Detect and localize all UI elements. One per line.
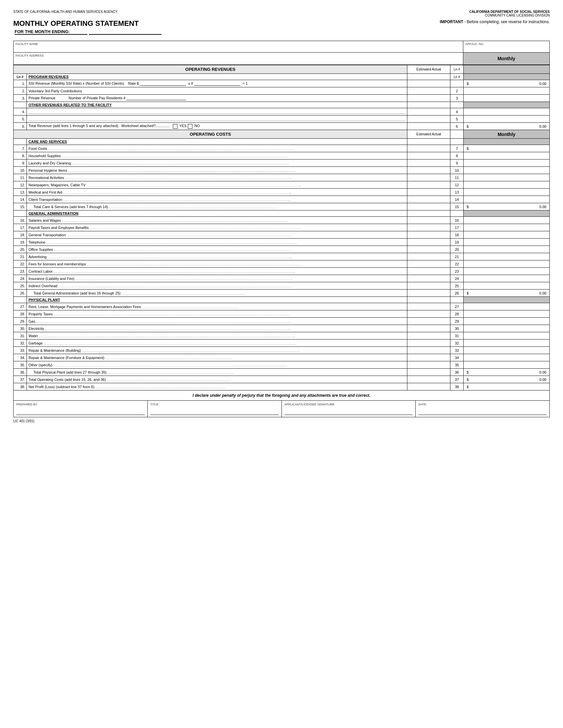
input-18[interactable] (465, 233, 548, 237)
general-admin-label-row: GENERAL ADMINISTRATION (14, 210, 550, 217)
table-row: 26. Total General Administration (add li… (14, 290, 550, 297)
prepared-by-input[interactable] (16, 411, 145, 415)
table-row: 24. Insurance (Liability and Fire) .....… (14, 275, 550, 282)
input-20[interactable] (465, 248, 548, 251)
input-5[interactable] (465, 117, 548, 121)
desc-3: Private Revenue Number of Private Pay Re… (27, 95, 407, 102)
est-5 (407, 115, 450, 123)
input-4[interactable] (465, 110, 548, 114)
input-35[interactable] (465, 363, 548, 367)
facility-address-input[interactable] (16, 59, 461, 63)
monthly-header-label: Monthly (497, 56, 515, 61)
input-7[interactable] (469, 147, 546, 151)
program-revenues-label: PROGRAM REVENUES (27, 74, 407, 80)
est-3 (407, 95, 450, 102)
val-6: $ (464, 123, 550, 130)
input-27[interactable] (465, 305, 548, 309)
costs-ln-header (450, 130, 464, 139)
table-row: 17. Payroll Taxes and Employee Benefits.… (14, 224, 550, 231)
input-1[interactable] (469, 82, 546, 86)
input-22[interactable] (465, 262, 548, 266)
form-number: LIC 401 (3/01) (13, 419, 550, 423)
input-14[interactable] (465, 198, 548, 202)
other-num (450, 102, 464, 108)
care-ln (14, 139, 27, 145)
important-label: IMPORTANT (440, 20, 463, 24)
input-8[interactable] (465, 154, 548, 158)
page-header: STATE OF CALIFORNIA–HEALTH AND HUMAN SER… (13, 10, 550, 17)
app-lic-cell: APP./LIC. NO. (463, 41, 549, 52)
table-row: 18. General Transportation..............… (14, 231, 550, 239)
input-25[interactable] (465, 284, 548, 288)
facility-name-input[interactable] (16, 47, 461, 51)
table-row: 29. Gas.................................… (14, 318, 550, 325)
table-row: 14. Client Transportation ..............… (14, 196, 550, 203)
title-block: MONTHLY OPERATING STATEMENT FOR THE MONT… (13, 19, 162, 38)
input-17[interactable] (465, 226, 548, 230)
input-33[interactable] (465, 348, 548, 352)
input-10[interactable] (465, 168, 548, 172)
input-15[interactable] (469, 205, 546, 209)
prepared-by-cell: PREPARED BY: (14, 401, 148, 417)
app-lic-input[interactable] (465, 47, 547, 51)
care-services-label-row: CARE AND SERVICES (14, 139, 550, 145)
input-30[interactable] (465, 327, 548, 331)
input-23[interactable] (465, 269, 548, 273)
input-38[interactable] (469, 385, 546, 389)
ln-label-cell: Ln # (14, 74, 27, 80)
ln-4: 4. (14, 108, 27, 115)
input-31[interactable] (465, 334, 548, 338)
title-cell: TITLE: (148, 401, 282, 417)
input-24[interactable] (465, 277, 548, 281)
input-26[interactable] (469, 291, 546, 295)
num-3: 3 (450, 95, 464, 102)
desc-4 (27, 108, 407, 115)
table-row: 2. Voluntary 3rd Party Contributions 2 (14, 87, 550, 95)
input-3[interactable] (465, 96, 548, 100)
monthly-header-cell: Monthly (463, 53, 549, 65)
applicant-sig-input[interactable] (285, 411, 413, 415)
input-32[interactable] (465, 341, 548, 345)
input-6[interactable] (469, 124, 546, 128)
prepared-by-label: PREPARED BY: (16, 403, 145, 406)
input-21[interactable] (465, 255, 548, 259)
input-13[interactable] (465, 190, 548, 194)
ln-6: 6. (14, 123, 27, 130)
input-28[interactable] (465, 312, 548, 316)
app-lic-label: APP./LIC. NO. (465, 42, 547, 46)
val-1: $ (464, 80, 550, 87)
date-input[interactable] (418, 411, 547, 415)
est-1 (407, 80, 450, 87)
declaration-text: I declare under penalty of perjury that … (13, 390, 550, 401)
table-row: 4. 4 (14, 108, 550, 115)
ln-2: 2. (14, 87, 27, 95)
table-row: 22. Fees for licenses and memberships ..… (14, 260, 550, 268)
input-11[interactable] (465, 176, 548, 180)
monthly-costs-header: Monthly (464, 130, 550, 139)
table-row: 5. 5 (14, 115, 550, 123)
input-37[interactable] (469, 378, 546, 382)
table-row: 25. Indirect Overhead ..................… (14, 282, 550, 290)
title-input[interactable] (150, 411, 279, 415)
input-12[interactable] (465, 183, 548, 187)
table-row: 21. Advertising.........................… (14, 253, 550, 260)
table-row: 13. Medical and First Aid ..............… (14, 189, 550, 196)
other-ln (14, 102, 27, 108)
input-19[interactable] (465, 240, 548, 244)
table-row: 31. Water ..............................… (14, 332, 550, 340)
ln-5: 5. (14, 115, 27, 123)
input-2[interactable] (465, 89, 548, 93)
input-36[interactable] (469, 370, 546, 374)
month-ending-line (89, 29, 162, 35)
table-row: 16. Salaries and Wages .................… (14, 217, 550, 224)
input-16[interactable] (465, 218, 548, 222)
input-34[interactable] (465, 356, 548, 360)
table-row: 36. Total Physical Plant (add lines 27 t… (14, 369, 550, 376)
op-revenues-title: OPERATING REVENUES (14, 65, 407, 74)
table-row: 32. Garbage ............................… (14, 340, 550, 347)
table-row: 27. Rent, Lease, Mortgage Payments and H… (14, 303, 550, 310)
title-row: MONTHLY OPERATING STATEMENT FOR THE MONT… (13, 19, 550, 38)
applicant-sig-cell: APPLICANT/LICENSEE SIGNATURE: (282, 401, 416, 417)
input-29[interactable] (465, 319, 548, 323)
input-9[interactable] (465, 161, 548, 165)
